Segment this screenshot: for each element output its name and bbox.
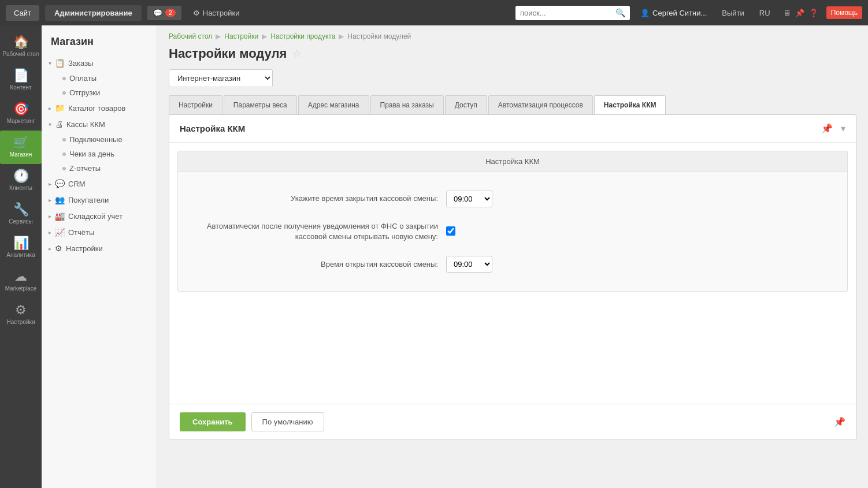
gear-icon: ⚙: [193, 9, 200, 17]
pin-topbar-icon[interactable]: 📌: [795, 9, 804, 17]
sidebar-item-z-reports-label: Z-отчеты: [69, 164, 101, 173]
tab-panel: Настройка ККМ 📌 ▾ Настройка ККМ Укажите …: [169, 114, 856, 440]
services-icon: 🔧: [13, 203, 29, 216]
sidebar-item-payments[interactable]: Оплаты: [42, 71, 157, 85]
kkm-body: Укажите время закрытия кассовой смены: 0…: [178, 172, 847, 291]
breadcrumb-sep-1: ▶: [216, 32, 221, 40]
tab-weight[interactable]: Параметры веса: [224, 95, 297, 114]
help-icon[interactable]: ❓: [809, 9, 818, 17]
left-nav: 🏠 Рабочий стол 📄 Контент 🎯 Маркетинг 🛒 М…: [0, 25, 42, 488]
sidebar-item-orders[interactable]: ▾ 📋 Заказы: [42, 55, 157, 71]
sidebar-item-buyers[interactable]: ▸ 👥 Покупатели: [42, 192, 157, 208]
shop-icon: 🛒: [13, 136, 29, 149]
sidebar-item-services[interactable]: 🔧 Сервисы: [0, 198, 42, 231]
auto-open-checkbox[interactable]: [446, 226, 455, 236]
clients-icon: 🕐: [13, 170, 29, 182]
auto-open-label: Автоматически после получения уведомлени…: [195, 221, 438, 242]
sidebar-item-dashboard[interactable]: 🏠 Рабочий стол: [0, 30, 42, 64]
sidebar-item-clients[interactable]: 🕐 Клиенты: [0, 164, 42, 198]
sidebar-item-connected[interactable]: Подключенные: [42, 132, 157, 147]
default-button[interactable]: По умолчанию: [251, 412, 324, 431]
sidebar-item-marketing[interactable]: 🎯 Маркетинг: [0, 97, 42, 131]
settings-topbar-label: Настройки: [203, 9, 240, 17]
analytics-icon: 📊: [13, 237, 29, 249]
buyers-icon: 👥: [55, 195, 65, 204]
sidebar-item-warehouse[interactable]: ▸ 🏭 Складской учет: [42, 208, 157, 224]
open-time-select[interactable]: 09:00 07:00 08:00 10:00: [446, 256, 492, 273]
sidebar-item-crm[interactable]: ▸ 💬 CRM: [42, 176, 157, 192]
footer-buttons: Сохранить По умолчанию 📌: [169, 404, 856, 439]
sidebar-item-kkm[interactable]: ▾ 🖨 Кассы ККМ: [42, 116, 157, 132]
sidebar-item-catalog-label: Каталог товаров: [68, 104, 125, 113]
sidebar-title: Магазин: [42, 31, 157, 55]
kkm-icon: 🖨: [55, 120, 63, 129]
content-icon: 📄: [13, 69, 29, 82]
sidebar-item-catalog[interactable]: ▸ 📁 Каталог товаров: [42, 100, 157, 116]
dot-icon: [62, 138, 66, 141]
site-button[interactable]: Сайт: [6, 5, 39, 21]
chevron-down-icon: ▾: [49, 121, 51, 128]
content-area: Рабочий стол ▶ Настройки ▶ Настройки про…: [157, 25, 868, 488]
section-header[interactable]: Настройка ККМ 📌 ▾: [169, 115, 856, 143]
chevron-right-icon: ▸: [49, 229, 51, 236]
favorite-star-icon[interactable]: ☆: [292, 47, 302, 60]
search-bar: 🔍: [515, 6, 630, 20]
notifications-button[interactable]: 💬 2: [147, 6, 181, 20]
settings-topbar-button[interactable]: ⚙ Настройки: [187, 6, 246, 20]
pin-section-icon[interactable]: 📌: [821, 123, 833, 134]
main-layout: 🏠 Рабочий стол 📄 Контент 🎯 Маркетинг 🛒 М…: [0, 25, 868, 488]
orders-icon: 📋: [55, 58, 65, 68]
search-icon: 🔍: [615, 8, 625, 17]
breadcrumb-product-settings[interactable]: Настройки продукта: [270, 32, 335, 40]
dot-icon: [62, 167, 66, 170]
breadcrumb-settings[interactable]: Настройки: [224, 32, 258, 40]
sidebar-item-content[interactable]: 📄 Контент: [0, 64, 42, 97]
store-selector: Интернет-магазин: [169, 69, 856, 87]
save-button[interactable]: Сохранить: [180, 412, 246, 431]
tab-settings[interactable]: Настройки: [169, 95, 222, 114]
tab-kkm[interactable]: Настройка ККМ: [594, 95, 666, 114]
sidebar-item-connected-label: Подключенные: [69, 135, 123, 144]
sidebar-item-shop[interactable]: 🛒 Магазин: [0, 131, 42, 164]
content-spacer: [169, 300, 856, 404]
section-header-title: Настройка ККМ: [180, 124, 245, 133]
sidebar-item-shipments[interactable]: Отгрузки: [42, 85, 157, 100]
tab-access[interactable]: Доступ: [445, 95, 487, 114]
close-time-select[interactable]: 09:00 07:00 08:00 10:00: [446, 191, 492, 207]
warehouse-icon: 🏭: [55, 211, 65, 221]
notification-badge: 2: [165, 9, 176, 17]
breadcrumb-desktop[interactable]: Рабочий стол: [169, 32, 212, 40]
topbar: Сайт Администрирование 💬 2 ⚙ Настройки 🔍…: [0, 0, 868, 25]
store-select[interactable]: Интернет-магазин: [169, 69, 273, 87]
chevron-right-icon: ▸: [49, 181, 51, 187]
sidebar-item-settings-label: Настройки: [6, 319, 35, 326]
page-title-row: Настройки модуля ☆: [169, 46, 856, 61]
close-time-control: 09:00 07:00 08:00 10:00: [446, 191, 492, 207]
help-button[interactable]: Помощь: [826, 6, 862, 19]
sidebar-item-kkm-label: Кассы ККМ: [66, 120, 105, 129]
sidebar-item-payments-label: Оплаты: [69, 74, 97, 83]
sidebar-item-crm-label: CRM: [68, 180, 86, 188]
sidebar-item-clients-label: Клиенты: [9, 185, 32, 192]
search-input[interactable]: [520, 6, 613, 20]
form-row-auto-open: Автоматически после получения уведомлени…: [195, 214, 830, 249]
tab-automation[interactable]: Автоматизация процессов: [488, 95, 593, 114]
monitor-icon[interactable]: 🖥: [783, 9, 791, 17]
logout-button[interactable]: Выйти: [717, 9, 749, 17]
sidebar-item-warehouse-label: Складской учет: [68, 212, 123, 221]
sidebar-item-marketplace[interactable]: ☁ Marketplace: [0, 265, 42, 298]
sidebar-item-settings-section[interactable]: ▸ ⚙ Настройки: [42, 240, 157, 256]
language-selector[interactable]: RU: [755, 9, 775, 17]
sidebar-item-settings[interactable]: ⚙ Настройки: [0, 298, 42, 331]
close-time-label: Укажите время закрытия кассовой смены:: [195, 193, 438, 204]
chevron-down-icon: ▾: [841, 123, 845, 134]
tab-address[interactable]: Адрес магазина: [298, 95, 369, 114]
sidebar-item-analytics[interactable]: 📊 Аналитика: [0, 231, 42, 265]
pin-footer-icon[interactable]: 📌: [834, 416, 845, 427]
sidebar-item-orders-label: Заказы: [68, 59, 93, 68]
tab-order-rights[interactable]: Права на заказы: [370, 95, 444, 114]
sidebar-item-z-reports[interactable]: Z-отчеты: [42, 161, 157, 176]
sidebar-item-reports[interactable]: ▸ 📈 Отчёты: [42, 224, 157, 240]
sidebar-item-daily-receipts[interactable]: Чеки за день: [42, 147, 157, 161]
sidebar-item-shop-label: Магазин: [10, 151, 32, 158]
